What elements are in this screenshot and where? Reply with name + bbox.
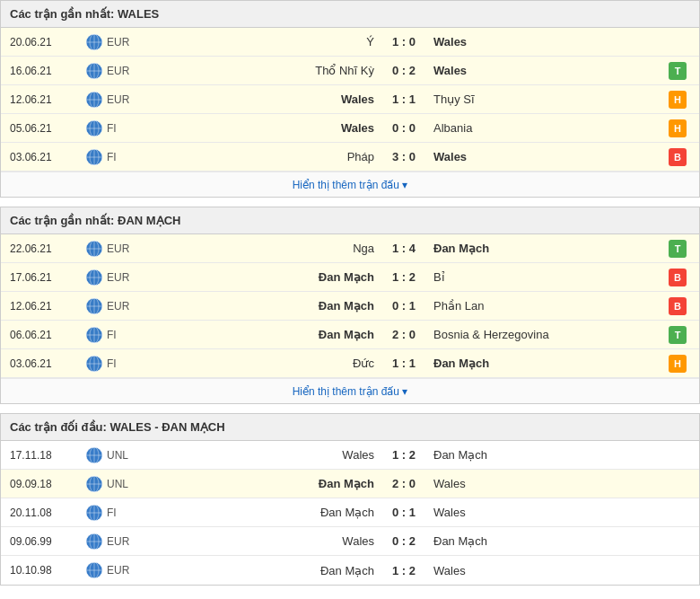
home-team: Thổ Nhĩ Kỳ [143,64,381,77]
result-badge: H [669,355,687,373]
match-row: 03.06.21 FIĐức1 : 1Đan MạchH [1,349,699,378]
flag-icon [82,326,107,344]
competition-label: FI [107,357,143,370]
match-date: 06.06.21 [10,329,82,341]
competition-label: FI [107,151,143,163]
show-more-link[interactable]: Hiển thị thêm trận đấu ▾ [293,385,408,398]
competition-label: EUR [107,65,143,77]
result-badge-container: H [665,91,690,109]
match-score: 2 : 0 [381,328,426,341]
result-badge-container: B [665,148,690,166]
flag-icon [82,269,107,286]
result-badge: T [669,326,687,344]
section-title: Các trận gần nhất: ĐAN MẠCH [1,207,699,234]
home-team: Wales [143,534,381,548]
match-date: 20.11.08 [10,507,82,519]
competition-label: UNL [107,478,143,490]
away-team: Thụy Sĩ [426,92,665,106]
match-date: 12.06.21 [10,93,82,106]
competition-label: EUR [107,242,143,255]
away-team: Bỉ [426,270,665,284]
match-date: 10.10.98 [10,564,82,577]
flag-icon [82,91,107,109]
result-badge: T [669,240,687,258]
flag-icon [82,33,107,51]
home-team: Đan Mạch [143,270,381,284]
section-denmark-recent: Các trận gần nhất: ĐAN MẠCH22.06.21 EURN… [0,207,700,404]
away-team: Wales [426,150,665,163]
match-date: 05.06.21 [10,122,82,135]
home-team: Wales [143,448,381,462]
flag-icon [82,475,107,493]
away-team: Đan Mạch [426,357,665,370]
match-score: 0 : 1 [381,299,426,313]
match-score: 1 : 1 [381,357,426,370]
competition-label: FI [107,507,143,519]
flag-icon [82,355,107,373]
away-team: Đan Mạch [426,242,665,255]
result-badge-container: H [665,355,690,373]
section-head-to-head: Các trận đối đầu: WALES - ĐAN MẠCH17.11.… [0,413,700,586]
match-date: 17.11.18 [10,449,82,462]
match-row: 22.06.21 EURNga1 : 4Đan MạchT [1,234,699,263]
home-team: Đan Mạch [143,328,381,341]
match-score: 0 : 1 [381,506,426,519]
section-wales-recent: Các trận gần nhất: WALES20.06.21 EURÝ1 :… [0,0,700,198]
match-score: 1 : 4 [381,242,426,255]
flag-icon [82,446,107,464]
competition-label: EUR [107,93,143,106]
match-row: 20.06.21 EURÝ1 : 0Wales [1,28,699,57]
match-date: 03.06.21 [10,151,82,163]
match-score: 0 : 2 [381,64,426,77]
home-team: Đan Mạch [143,506,381,519]
result-badge: H [669,91,687,109]
result-badge-container: B [665,297,690,315]
away-team: Wales [426,477,665,490]
away-team: Albania [426,121,665,135]
away-team: Đan Mạch [426,448,665,462]
flag-icon [82,533,107,551]
match-date: 22.06.21 [10,242,82,255]
match-score: 3 : 0 [381,150,426,163]
show-more-link[interactable]: Hiển thị thêm trận đấu ▾ [293,179,408,191]
flag-icon [82,297,107,315]
competition-label: EUR [107,36,143,48]
home-team: Wales [143,92,381,106]
match-row: 06.06.21 FIĐan Mạch2 : 0Bosnia & Herzego… [1,321,699,349]
match-date: 20.06.21 [10,36,82,48]
match-row: 10.10.98 EURĐan Mạch1 : 2Wales [1,556,699,585]
home-team: Đan Mạch [143,477,381,490]
home-team: Ý [143,35,381,48]
away-team: Phần Lan [426,299,665,313]
section-title: Các trận gần nhất: WALES [1,1,699,28]
show-more-row: Hiển thị thêm trận đấu ▾ [1,172,699,197]
match-date: 12.06.21 [10,300,82,313]
competition-label: UNL [107,449,143,462]
result-badge-container: T [665,240,690,258]
away-team: Wales [426,64,665,77]
match-row: 12.06.21 EURĐan Mạch0 : 1Phần LanB [1,292,699,321]
home-team: Đan Mạch [143,299,381,313]
flag-icon [82,62,107,80]
away-team: Wales [426,506,665,519]
result-badge-container: B [665,269,690,286]
result-badge: T [669,62,687,80]
home-team: Wales [143,121,381,135]
match-score: 1 : 2 [381,448,426,462]
away-team: Đan Mạch [426,534,665,548]
match-date: 09.06.99 [10,535,82,548]
result-badge: B [669,269,687,286]
match-score: 1 : 0 [381,35,426,48]
away-team: Wales [426,564,665,577]
home-team: Nga [143,242,381,255]
competition-label: FI [107,122,143,135]
away-team: Bosnia & Herzegovina [426,328,665,341]
show-more-row: Hiển thị thêm trận đấu ▾ [1,378,699,403]
competition-label: EUR [107,564,143,577]
match-score: 1 : 1 [381,92,426,106]
match-row: 17.11.18 UNLWales1 : 2Đan Mạch [1,441,699,470]
match-row: 17.06.21 EURĐan Mạch1 : 2BỉB [1,263,699,292]
match-date: 17.06.21 [10,271,82,284]
match-date: 09.09.18 [10,478,82,490]
competition-label: EUR [107,271,143,284]
